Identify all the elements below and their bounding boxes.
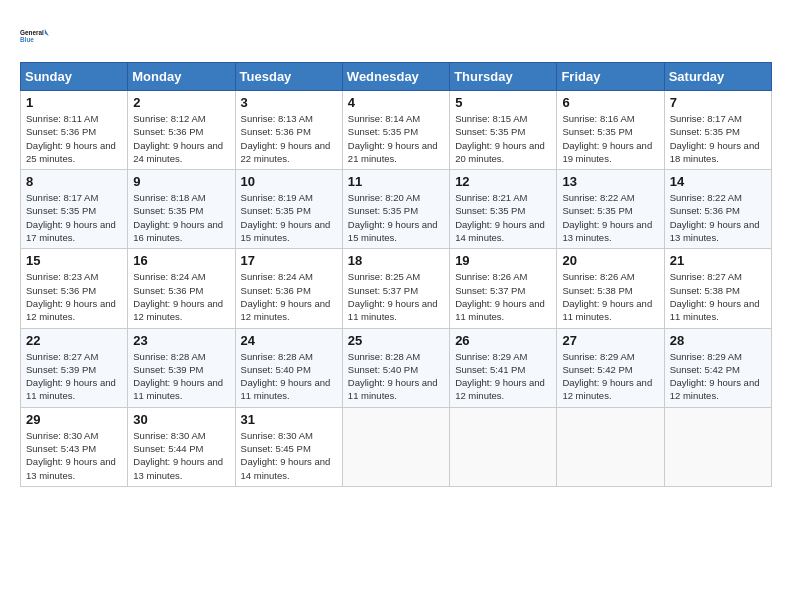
weekday-header-thursday: Thursday [450, 63, 557, 91]
calendar-cell: 12 Sunrise: 8:21 AM Sunset: 5:35 PM Dayl… [450, 170, 557, 249]
day-info: Sunrise: 8:29 AM Sunset: 5:42 PM Dayligh… [670, 350, 766, 403]
calendar-cell: 9 Sunrise: 8:18 AM Sunset: 5:35 PM Dayli… [128, 170, 235, 249]
day-number: 17 [241, 253, 337, 268]
day-info: Sunrise: 8:22 AM Sunset: 5:35 PM Dayligh… [562, 191, 658, 244]
day-info: Sunrise: 8:13 AM Sunset: 5:36 PM Dayligh… [241, 112, 337, 165]
day-number: 29 [26, 412, 122, 427]
day-info: Sunrise: 8:19 AM Sunset: 5:35 PM Dayligh… [241, 191, 337, 244]
day-info: Sunrise: 8:18 AM Sunset: 5:35 PM Dayligh… [133, 191, 229, 244]
calendar-cell [557, 407, 664, 486]
day-info: Sunrise: 8:12 AM Sunset: 5:36 PM Dayligh… [133, 112, 229, 165]
day-number: 26 [455, 333, 551, 348]
calendar-cell: 5 Sunrise: 8:15 AM Sunset: 5:35 PM Dayli… [450, 91, 557, 170]
day-number: 19 [455, 253, 551, 268]
day-number: 1 [26, 95, 122, 110]
calendar-week-5: 29 Sunrise: 8:30 AM Sunset: 5:43 PM Dayl… [21, 407, 772, 486]
calendar-cell: 1 Sunrise: 8:11 AM Sunset: 5:36 PM Dayli… [21, 91, 128, 170]
day-info: Sunrise: 8:20 AM Sunset: 5:35 PM Dayligh… [348, 191, 444, 244]
calendar-cell: 26 Sunrise: 8:29 AM Sunset: 5:41 PM Dayl… [450, 328, 557, 407]
day-info: Sunrise: 8:30 AM Sunset: 5:43 PM Dayligh… [26, 429, 122, 482]
day-number: 13 [562, 174, 658, 189]
day-info: Sunrise: 8:24 AM Sunset: 5:36 PM Dayligh… [133, 270, 229, 323]
day-info: Sunrise: 8:21 AM Sunset: 5:35 PM Dayligh… [455, 191, 551, 244]
day-number: 24 [241, 333, 337, 348]
calendar-cell [450, 407, 557, 486]
day-number: 23 [133, 333, 229, 348]
weekday-header-tuesday: Tuesday [235, 63, 342, 91]
calendar-cell: 10 Sunrise: 8:19 AM Sunset: 5:35 PM Dayl… [235, 170, 342, 249]
day-number: 30 [133, 412, 229, 427]
svg-marker-2 [45, 29, 49, 36]
day-info: Sunrise: 8:23 AM Sunset: 5:36 PM Dayligh… [26, 270, 122, 323]
calendar-cell: 22 Sunrise: 8:27 AM Sunset: 5:39 PM Dayl… [21, 328, 128, 407]
day-info: Sunrise: 8:26 AM Sunset: 5:38 PM Dayligh… [562, 270, 658, 323]
day-number: 6 [562, 95, 658, 110]
calendar-cell: 17 Sunrise: 8:24 AM Sunset: 5:36 PM Dayl… [235, 249, 342, 328]
day-number: 22 [26, 333, 122, 348]
day-number: 16 [133, 253, 229, 268]
svg-text:General: General [20, 29, 44, 36]
day-number: 14 [670, 174, 766, 189]
day-info: Sunrise: 8:27 AM Sunset: 5:38 PM Dayligh… [670, 270, 766, 323]
calendar-table: SundayMondayTuesdayWednesdayThursdayFrid… [20, 62, 772, 487]
day-info: Sunrise: 8:22 AM Sunset: 5:36 PM Dayligh… [670, 191, 766, 244]
day-info: Sunrise: 8:17 AM Sunset: 5:35 PM Dayligh… [26, 191, 122, 244]
day-info: Sunrise: 8:28 AM Sunset: 5:39 PM Dayligh… [133, 350, 229, 403]
weekday-header-sunday: Sunday [21, 63, 128, 91]
calendar-cell: 18 Sunrise: 8:25 AM Sunset: 5:37 PM Dayl… [342, 249, 449, 328]
calendar-cell: 27 Sunrise: 8:29 AM Sunset: 5:42 PM Dayl… [557, 328, 664, 407]
day-info: Sunrise: 8:27 AM Sunset: 5:39 PM Dayligh… [26, 350, 122, 403]
calendar-cell: 6 Sunrise: 8:16 AM Sunset: 5:35 PM Dayli… [557, 91, 664, 170]
day-info: Sunrise: 8:28 AM Sunset: 5:40 PM Dayligh… [241, 350, 337, 403]
day-info: Sunrise: 8:29 AM Sunset: 5:41 PM Dayligh… [455, 350, 551, 403]
calendar-week-4: 22 Sunrise: 8:27 AM Sunset: 5:39 PM Dayl… [21, 328, 772, 407]
day-number: 28 [670, 333, 766, 348]
page-header: GeneralBlue [20, 20, 772, 52]
calendar-cell: 2 Sunrise: 8:12 AM Sunset: 5:36 PM Dayli… [128, 91, 235, 170]
day-info: Sunrise: 8:26 AM Sunset: 5:37 PM Dayligh… [455, 270, 551, 323]
day-number: 5 [455, 95, 551, 110]
calendar-week-2: 8 Sunrise: 8:17 AM Sunset: 5:35 PM Dayli… [21, 170, 772, 249]
day-number: 21 [670, 253, 766, 268]
day-info: Sunrise: 8:24 AM Sunset: 5:36 PM Dayligh… [241, 270, 337, 323]
calendar-cell: 4 Sunrise: 8:14 AM Sunset: 5:35 PM Dayli… [342, 91, 449, 170]
day-info: Sunrise: 8:11 AM Sunset: 5:36 PM Dayligh… [26, 112, 122, 165]
day-info: Sunrise: 8:25 AM Sunset: 5:37 PM Dayligh… [348, 270, 444, 323]
calendar-cell: 11 Sunrise: 8:20 AM Sunset: 5:35 PM Dayl… [342, 170, 449, 249]
day-number: 7 [670, 95, 766, 110]
calendar-cell: 30 Sunrise: 8:30 AM Sunset: 5:44 PM Dayl… [128, 407, 235, 486]
weekday-header-monday: Monday [128, 63, 235, 91]
weekday-header-wednesday: Wednesday [342, 63, 449, 91]
day-info: Sunrise: 8:30 AM Sunset: 5:44 PM Dayligh… [133, 429, 229, 482]
day-info: Sunrise: 8:17 AM Sunset: 5:35 PM Dayligh… [670, 112, 766, 165]
day-info: Sunrise: 8:28 AM Sunset: 5:40 PM Dayligh… [348, 350, 444, 403]
day-number: 11 [348, 174, 444, 189]
logo: GeneralBlue [20, 20, 52, 52]
calendar-cell: 15 Sunrise: 8:23 AM Sunset: 5:36 PM Dayl… [21, 249, 128, 328]
calendar-cell: 25 Sunrise: 8:28 AM Sunset: 5:40 PM Dayl… [342, 328, 449, 407]
day-number: 31 [241, 412, 337, 427]
calendar-cell: 28 Sunrise: 8:29 AM Sunset: 5:42 PM Dayl… [664, 328, 771, 407]
day-number: 10 [241, 174, 337, 189]
calendar-cell: 23 Sunrise: 8:28 AM Sunset: 5:39 PM Dayl… [128, 328, 235, 407]
logo-icon: GeneralBlue [20, 20, 52, 52]
calendar-cell: 29 Sunrise: 8:30 AM Sunset: 5:43 PM Dayl… [21, 407, 128, 486]
calendar-cell: 7 Sunrise: 8:17 AM Sunset: 5:35 PM Dayli… [664, 91, 771, 170]
calendar-cell: 14 Sunrise: 8:22 AM Sunset: 5:36 PM Dayl… [664, 170, 771, 249]
day-number: 27 [562, 333, 658, 348]
calendar-cell: 31 Sunrise: 8:30 AM Sunset: 5:45 PM Dayl… [235, 407, 342, 486]
calendar-cell: 3 Sunrise: 8:13 AM Sunset: 5:36 PM Dayli… [235, 91, 342, 170]
day-number: 4 [348, 95, 444, 110]
calendar-cell: 19 Sunrise: 8:26 AM Sunset: 5:37 PM Dayl… [450, 249, 557, 328]
calendar-cell: 20 Sunrise: 8:26 AM Sunset: 5:38 PM Dayl… [557, 249, 664, 328]
calendar-week-1: 1 Sunrise: 8:11 AM Sunset: 5:36 PM Dayli… [21, 91, 772, 170]
day-info: Sunrise: 8:30 AM Sunset: 5:45 PM Dayligh… [241, 429, 337, 482]
day-number: 12 [455, 174, 551, 189]
day-number: 20 [562, 253, 658, 268]
day-number: 25 [348, 333, 444, 348]
day-info: Sunrise: 8:15 AM Sunset: 5:35 PM Dayligh… [455, 112, 551, 165]
calendar-cell: 16 Sunrise: 8:24 AM Sunset: 5:36 PM Dayl… [128, 249, 235, 328]
day-number: 9 [133, 174, 229, 189]
day-number: 8 [26, 174, 122, 189]
day-number: 3 [241, 95, 337, 110]
